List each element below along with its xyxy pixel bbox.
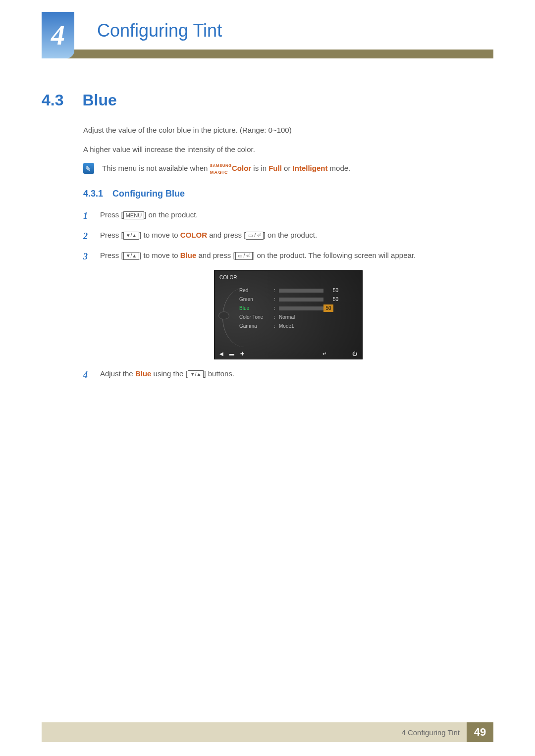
- note-prefix: This menu is not available when: [102, 164, 210, 172]
- section-title: Blue: [82, 91, 116, 109]
- blue-word: Blue: [180, 251, 197, 259]
- osd-label: Green: [239, 296, 274, 303]
- blue-word: Blue: [135, 369, 152, 378]
- chapter-header: 4 Configuring Tint: [42, 12, 493, 58]
- footer-text: 4 Configuring Tint: [401, 728, 460, 737]
- color-word: COLOR: [180, 231, 207, 239]
- subsection-title: Configuring Blue: [112, 189, 185, 199]
- section-heading: 4.3 Blue: [42, 91, 493, 109]
- section-desc-2: A higher value will increase the intensi…: [83, 144, 493, 155]
- source-enter-icon: ▭ / ⏎: [246, 232, 263, 240]
- magic-brand-bottom: MAGIC: [210, 170, 229, 175]
- step-number: 2: [83, 230, 91, 243]
- osd-screenshot: COLOR Red : 50 Green : 50 Blue : 50 Colo…: [214, 270, 363, 359]
- osd-label: Blue: [239, 304, 274, 312]
- step-text: Press [▼/▲] to move to COLOR and press […: [100, 230, 493, 241]
- osd-bar: [279, 298, 323, 302]
- osd-bar: [279, 289, 323, 293]
- step-3: 3 Press [▼/▲] to move to Blue and press …: [83, 250, 493, 263]
- section-desc-1: Adjust the value of the color blue in th…: [83, 125, 493, 136]
- step-number: 1: [83, 209, 91, 223]
- header-underline: [42, 50, 493, 58]
- osd-value: 50: [323, 287, 338, 294]
- step-2: 2 Press [▼/▲] to move to COLOR and press…: [83, 230, 493, 243]
- osd-title: COLOR: [219, 274, 237, 281]
- chapter-number-badge: 4: [42, 12, 74, 58]
- subsection-number: 4.3.1: [83, 189, 103, 199]
- note-block: This menu is not available when SAMSUNGM…: [83, 163, 493, 174]
- page-number: 49: [467, 722, 493, 742]
- step-text: Press [▼/▲] to move to Blue and press [▭…: [100, 250, 493, 261]
- note-full: Full: [268, 164, 282, 172]
- osd-row-green: Green : 50: [239, 296, 358, 303]
- palette-icon: [218, 311, 229, 319]
- updown-icon: ▼/▲: [123, 252, 140, 260]
- step-number: 3: [83, 250, 91, 263]
- note-text: This menu is not available when SAMSUNGM…: [102, 163, 350, 174]
- note-mid2: or: [282, 164, 293, 172]
- menu-button-icon: MENU: [123, 211, 144, 219]
- osd-row-blue: Blue : 50: [239, 304, 358, 312]
- osd-bar: [279, 306, 323, 310]
- chapter-number: 4: [51, 19, 65, 51]
- updown-icon: ▼/▲: [188, 370, 204, 378]
- step-text: Adjust the Blue using the [▼/▲] buttons.: [100, 368, 493, 380]
- updown-icon: ▼/▲: [123, 232, 140, 240]
- step-1: 1 Press [MENU] on the product.: [83, 209, 493, 223]
- osd-value: 50: [323, 296, 338, 303]
- osd-footer-left: ◀ ▬ ✚: [219, 350, 244, 357]
- section-body: Adjust the value of the color blue in th…: [83, 125, 493, 389]
- section-number: 4.3: [42, 91, 63, 109]
- page-footer: 4 Configuring Tint 49: [42, 722, 493, 742]
- osd-label: Red: [239, 287, 274, 294]
- note-icon: [83, 163, 94, 174]
- plus-icon: ✚: [240, 350, 244, 357]
- step-text: Press [MENU] on the product.: [100, 209, 493, 221]
- osd-row-colortone: Color Tone : Normal: [239, 313, 358, 321]
- osd-value: Mode1: [279, 322, 294, 330]
- chapter-title: Configuring Tint: [97, 12, 222, 50]
- note-suffix: mode.: [327, 164, 350, 172]
- note-intelligent: Intelligent: [293, 164, 328, 172]
- osd-footer-right: ↵ ⏻: [322, 350, 357, 357]
- osd-row-red: Red : 50: [239, 287, 358, 295]
- note-mid1: is in: [251, 164, 268, 172]
- subsection-heading: 4.3.1 Configuring Blue: [83, 187, 493, 201]
- power-icon: ⏻: [352, 350, 357, 357]
- enter-icon: ↵: [322, 350, 326, 357]
- steps-list: 1 Press [MENU] on the product. 2 Press […: [83, 209, 493, 263]
- osd-row-gamma: Gamma : Mode1: [239, 322, 358, 330]
- osd-value: Normal: [279, 313, 295, 321]
- back-icon: ◀: [219, 350, 223, 357]
- step-number: 4: [83, 368, 91, 382]
- minus-icon: ▬: [229, 350, 234, 357]
- step-4: 4 Adjust the Blue using the [▼/▲] button…: [83, 368, 493, 382]
- magic-brand-top: SAMSUNG: [210, 163, 232, 168]
- osd-label: Gamma: [239, 322, 274, 330]
- magic-word: Color: [232, 164, 251, 172]
- osd-value: 50: [323, 304, 333, 312]
- osd-label: Color Tone: [239, 313, 274, 321]
- osd-footer: ◀ ▬ ✚ ↵ ⏻: [214, 349, 362, 359]
- steps-list-2: 4 Adjust the Blue using the [▼/▲] button…: [83, 368, 493, 382]
- source-enter-icon: ▭ / ⏎: [235, 252, 253, 260]
